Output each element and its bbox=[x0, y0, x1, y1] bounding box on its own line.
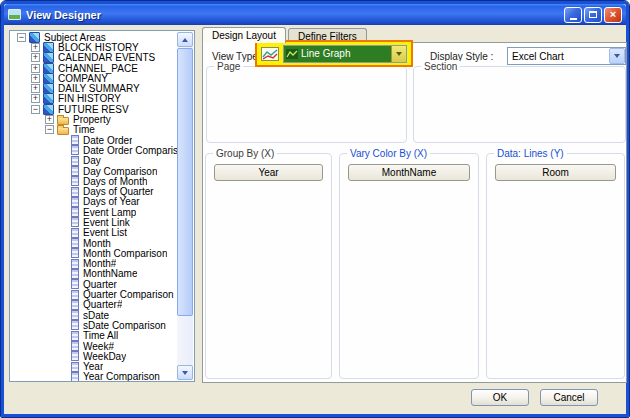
display-style-dropdown-button[interactable] bbox=[609, 48, 625, 64]
view-type-dropdown-button[interactable] bbox=[391, 46, 406, 62]
tree-item-icon bbox=[71, 228, 79, 238]
tree-expander[interactable]: + bbox=[45, 115, 54, 124]
tree-item[interactable]: WeekDay bbox=[11, 351, 177, 361]
tree-expander[interactable]: + bbox=[31, 64, 40, 73]
group-by-label: Group By (X) bbox=[213, 148, 277, 159]
maximize-icon bbox=[589, 11, 597, 18]
tree-item[interactable]: + COMPANY bbox=[11, 73, 177, 83]
ok-button[interactable]: OK bbox=[471, 389, 529, 406]
minimize-button[interactable] bbox=[564, 7, 582, 23]
close-button[interactable]: × bbox=[604, 7, 622, 23]
vary-color-by-label: Vary Color By (X) bbox=[347, 148, 430, 159]
tree-item-icon bbox=[57, 127, 69, 135]
data-lines-groupbox: Data: Lines (Y) Room bbox=[486, 153, 625, 379]
tree-item[interactable]: sDate bbox=[11, 310, 177, 320]
tab-design-layout[interactable]: Design Layout bbox=[202, 27, 286, 43]
tree-item[interactable]: + CHANNEL_PACE bbox=[11, 63, 177, 73]
display-style-select[interactable]: Excel Chart bbox=[507, 47, 626, 65]
section-groupbox: Section bbox=[413, 66, 626, 143]
tree-item-icon bbox=[71, 207, 79, 217]
scroll-up-icon bbox=[182, 38, 188, 42]
tree-item[interactable]: Days of Quarter bbox=[11, 186, 177, 196]
field-year[interactable]: Year bbox=[214, 164, 323, 181]
tree-item-icon bbox=[71, 279, 79, 289]
chevron-down-icon bbox=[396, 52, 402, 56]
tree-item[interactable]: Quarter# bbox=[11, 300, 177, 310]
tree-item[interactable]: sDate Comparison bbox=[11, 320, 177, 330]
tree-item[interactable]: Month# bbox=[11, 259, 177, 269]
tree-item[interactable]: Month Comparison bbox=[11, 248, 177, 258]
tree-item-icon bbox=[57, 117, 69, 125]
tree-item[interactable]: − Time bbox=[11, 125, 177, 135]
tree-item[interactable]: Day bbox=[11, 156, 177, 166]
tree-item[interactable]: Event Link bbox=[11, 217, 177, 227]
tree-item-icon bbox=[71, 156, 79, 166]
tree-item[interactable]: + BLOCK HISTORY bbox=[11, 42, 177, 52]
tree-item-icon bbox=[71, 290, 79, 300]
group-by-groupbox: Group By (X) Year bbox=[205, 153, 332, 379]
tree-item[interactable]: Time All bbox=[11, 331, 177, 341]
tree-item[interactable]: − Subject Areas bbox=[11, 32, 177, 42]
tree-item[interactable]: Week# bbox=[11, 341, 177, 351]
design-layout-page: View Type : Line Graph Display Style : E… bbox=[202, 42, 627, 383]
view-type-highlight: Line Graph bbox=[255, 40, 413, 67]
tree-item[interactable]: Date Order bbox=[11, 135, 177, 145]
tree-expander[interactable]: + bbox=[31, 53, 40, 62]
tree-item[interactable]: Event Lamp bbox=[11, 207, 177, 217]
section-label: Section bbox=[421, 61, 460, 72]
tree-item-icon bbox=[71, 351, 79, 361]
tree-expander[interactable]: + bbox=[31, 94, 40, 103]
tree-item[interactable]: Quarter Comparison bbox=[11, 289, 177, 299]
view-type-select[interactable]: Line Graph bbox=[283, 45, 407, 63]
tree-item[interactable]: Days of Month bbox=[11, 176, 177, 186]
tree-item[interactable]: Quarter bbox=[11, 279, 177, 289]
field-monthname[interactable]: MonthName bbox=[348, 164, 470, 181]
tree-item[interactable]: Date Order Comparison bbox=[11, 145, 177, 155]
cancel-button[interactable]: Cancel bbox=[540, 389, 598, 406]
page-groupbox: Page bbox=[206, 66, 407, 143]
subject-areas-tree: − Subject Areas + BLOCK HISTORY + CALEND… bbox=[9, 30, 195, 382]
tree-item[interactable]: Event List bbox=[11, 228, 177, 238]
tree-item[interactable]: MonthName bbox=[11, 269, 177, 279]
tree: − Subject Areas + BLOCK HISTORY + CALEND… bbox=[11, 32, 177, 381]
tree-expander[interactable]: + bbox=[31, 43, 40, 52]
tree-item-icon bbox=[71, 248, 79, 258]
field-room[interactable]: Room bbox=[495, 164, 616, 181]
tree-item[interactable]: + CALENDAR EVENTS bbox=[11, 53, 177, 63]
tree-item-icon bbox=[71, 310, 79, 320]
tree-expander[interactable]: − bbox=[45, 125, 54, 134]
tree-expander[interactable]: + bbox=[31, 74, 40, 83]
tree-item-label: Year Comparison bbox=[83, 371, 160, 381]
tree-item[interactable]: − FUTURE RESV bbox=[11, 104, 177, 114]
tree-item-icon bbox=[43, 52, 54, 63]
tree-item-icon bbox=[71, 197, 79, 207]
line-graph-icon bbox=[261, 47, 279, 61]
tree-item-icon bbox=[71, 362, 79, 372]
maximize-button[interactable] bbox=[584, 7, 602, 23]
scrollbar-thumb[interactable] bbox=[177, 48, 193, 316]
tree-item[interactable]: Day Comparison bbox=[11, 166, 177, 176]
data-lines-label: Data: Lines (Y) bbox=[494, 148, 567, 159]
tree-expander[interactable]: + bbox=[31, 84, 40, 93]
scroll-up-button[interactable] bbox=[177, 32, 193, 47]
tree-expander[interactable]: − bbox=[17, 33, 26, 42]
tree-item[interactable]: Days of Year bbox=[11, 197, 177, 207]
tree-item[interactable]: Month bbox=[11, 238, 177, 248]
chevron-down-icon bbox=[614, 54, 620, 58]
window-title: View Designer bbox=[26, 9, 564, 21]
tree-item-icon bbox=[71, 187, 79, 197]
tree-item-icon bbox=[71, 259, 79, 269]
tree-item[interactable]: Year bbox=[11, 362, 177, 372]
tree-item[interactable]: + DAILY SUMMARY bbox=[11, 83, 177, 93]
tree-scrollbar[interactable] bbox=[177, 32, 193, 380]
tree-item[interactable]: + FIN HISTORY bbox=[11, 94, 177, 104]
tree-item[interactable]: + Property bbox=[11, 114, 177, 124]
tree-item-icon bbox=[43, 93, 54, 104]
scroll-down-button[interactable] bbox=[177, 365, 193, 380]
tree-item-icon bbox=[71, 320, 79, 330]
title-bar[interactable]: View Designer × bbox=[4, 4, 626, 25]
tree-item-icon bbox=[71, 269, 79, 279]
tree-expander[interactable]: − bbox=[31, 105, 40, 114]
page-label: Page bbox=[214, 61, 243, 72]
tree-item[interactable]: Year Comparison bbox=[11, 372, 177, 381]
